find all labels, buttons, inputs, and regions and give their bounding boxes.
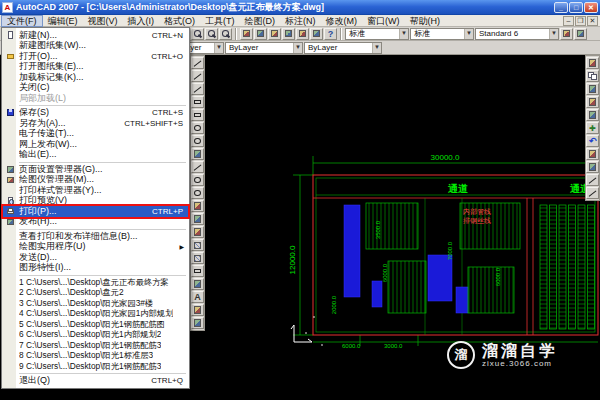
- zoom-window-button[interactable]: [205, 28, 218, 40]
- properties-button[interactable]: [240, 28, 253, 40]
- region-button[interactable]: [191, 265, 204, 277]
- chevron-down-icon[interactable]: ▼: [549, 29, 558, 39]
- rectangle-button[interactable]: [191, 109, 204, 121]
- menu-item-publish[interactable]: 发布(H)...: [3, 217, 188, 228]
- toolbar-extra-button-2[interactable]: [574, 28, 587, 40]
- menu-window[interactable]: 窗口(W): [362, 15, 405, 27]
- help-button[interactable]: [324, 28, 337, 40]
- copy-object-button[interactable]: [586, 70, 599, 82]
- menu-item-plot[interactable]: 打印(P)...CTRL+P: [3, 206, 188, 217]
- draw-extra-button[interactable]: [191, 317, 204, 329]
- dim-7000-label: 7000.0: [447, 241, 453, 260]
- menu-item-recent-2[interactable]: 2 C:\Users\...\Desktop\盘元2: [3, 288, 188, 299]
- multiline-text-button[interactable]: [191, 291, 204, 303]
- menu-item-exit[interactable]: 退出(Q)CTRL+Q: [3, 376, 188, 387]
- menu-item-recent-1[interactable]: 1 C:\Users\...\Desktop\盘元正布最终方案: [3, 277, 188, 288]
- toolbar-separator: [235, 28, 237, 40]
- chevron-down-icon[interactable]: ▼: [372, 43, 381, 53]
- offset-button[interactable]: [586, 96, 599, 108]
- line-button[interactable]: [191, 57, 204, 69]
- insert-block-button[interactable]: [191, 200, 204, 212]
- dim-6000a-label: 6000.0: [382, 263, 388, 282]
- text-style-combo[interactable]: 标准▼: [345, 28, 409, 40]
- watermark: 溜 溜溜自学 zixue.3066.com: [447, 341, 558, 369]
- revision-cloud-button[interactable]: [191, 148, 204, 160]
- file-menu: 新建(N)...CTRL+N 新建图纸集(W)... 打开(O)...CTRL+…: [1, 27, 190, 389]
- printer-icon: [6, 207, 15, 216]
- ellipse-button[interactable]: [191, 174, 204, 186]
- document-restore-button[interactable]: ❐: [575, 16, 586, 26]
- window-maximize-button[interactable]: □: [569, 2, 583, 13]
- dim-6000b-label: 6000.0: [495, 267, 501, 286]
- menu-item-recent-4[interactable]: 4 C:\Users\...\Desktop\阳光家园1内部规划: [3, 309, 188, 320]
- dim-style-combo[interactable]: 标准▼: [410, 28, 474, 40]
- document-close-button[interactable]: ✕: [587, 16, 598, 26]
- menu-item-recent-5[interactable]: 5 C:\Users\...\Desktop\阳光1钢筋配筋图: [3, 319, 188, 330]
- lineweight-value: ByLayer: [308, 43, 337, 52]
- menu-draw[interactable]: 绘图(D): [240, 15, 281, 27]
- designcenter-button[interactable]: [254, 28, 267, 40]
- menu-item-export[interactable]: 输出(E)...: [3, 150, 188, 161]
- window-minimize-button[interactable]: _: [554, 2, 568, 13]
- table-style-combo[interactable]: Standard 6▼: [475, 28, 559, 40]
- menu-item-recent-9[interactable]: 9 C:\Users\...\Desktop\阳光1钢筋配筋3: [3, 361, 188, 372]
- menu-item-recent-8[interactable]: 8 C:\Users\...\Desktop\阳光1标准层3: [3, 351, 188, 362]
- red-annotation-2: 排钢丝线: [463, 217, 491, 224]
- linetype-combo[interactable]: ByLayer▼: [225, 42, 303, 54]
- chevron-down-icon[interactable]: ▼: [464, 29, 473, 39]
- gradient-button[interactable]: [191, 252, 204, 264]
- menu-file[interactable]: 文件(F): [1, 15, 43, 27]
- hatch-button[interactable]: [191, 239, 204, 251]
- toolbar-extra-button-1[interactable]: [560, 28, 573, 40]
- sheetset-manager-button[interactable]: [282, 28, 295, 40]
- point-button[interactable]: [191, 226, 204, 238]
- erase-button[interactable]: [586, 57, 599, 69]
- menu-item-recent-6[interactable]: 6 C:\Users\...\Desktop\阳光1内部规划2: [3, 330, 188, 341]
- menu-format[interactable]: 格式(O): [159, 15, 200, 27]
- watermark-site: zixue.3066.com: [482, 359, 558, 368]
- menu-modify[interactable]: 修改(M): [321, 15, 363, 27]
- rotate-button[interactable]: [586, 135, 599, 147]
- ellipse-arc-button[interactable]: [191, 187, 204, 199]
- table-button[interactable]: [191, 278, 204, 290]
- scale-list-button[interactable]: [191, 304, 204, 316]
- construction-line-button[interactable]: [191, 70, 204, 82]
- publish-icon: [6, 217, 15, 226]
- move-button[interactable]: [586, 122, 599, 134]
- mirror-button[interactable]: [586, 83, 599, 95]
- quickcalc-button[interactable]: [310, 28, 323, 40]
- chevron-down-icon[interactable]: ▼: [214, 43, 223, 53]
- array-button[interactable]: [586, 109, 599, 121]
- spline-button[interactable]: [191, 161, 204, 173]
- trim-button[interactable]: [586, 174, 599, 186]
- chevron-down-icon[interactable]: ▼: [293, 43, 302, 53]
- polyline-button[interactable]: [191, 83, 204, 95]
- circle-button[interactable]: [191, 135, 204, 147]
- menu-dimension[interactable]: 标注(N): [280, 15, 321, 27]
- page-setup-icon: [6, 165, 15, 174]
- window-close-button[interactable]: ✕: [584, 2, 598, 13]
- tool-palettes-button[interactable]: [268, 28, 281, 40]
- make-block-button[interactable]: [191, 213, 204, 225]
- zoom-realtime-button[interactable]: [191, 28, 204, 40]
- menu-edit[interactable]: 编辑(E): [43, 15, 83, 27]
- lineweight-combo[interactable]: ByLayer▼: [304, 42, 382, 54]
- markup-set-button[interactable]: [296, 28, 309, 40]
- document-minimize-button[interactable]: –: [563, 16, 574, 26]
- polygon-button[interactable]: [191, 96, 204, 108]
- menu-insert[interactable]: 插入(I): [123, 15, 160, 27]
- plot-preview-icon: [6, 196, 15, 205]
- menu-item-recent-3[interactable]: 3 C:\Users\...\Desktop\阳光家园3#楼: [3, 298, 188, 309]
- menu-item-drawing-properties[interactable]: 图形特性(I)...: [3, 263, 188, 274]
- menu-view[interactable]: 视图(V): [83, 15, 123, 27]
- scale-button[interactable]: [586, 148, 599, 160]
- menu-help[interactable]: 帮助(H): [405, 15, 446, 27]
- menu-tools[interactable]: 工具(T): [200, 15, 240, 27]
- red-annotation-1: 内部管线: [463, 208, 491, 216]
- chevron-down-icon[interactable]: ▼: [399, 29, 408, 39]
- menu-item-recent-7[interactable]: 7 C:\Users\...\Desktop\阳光1钢筋配筋3: [3, 340, 188, 351]
- stretch-button[interactable]: [586, 161, 599, 173]
- arc-button[interactable]: [191, 122, 204, 134]
- zoom-previous-button[interactable]: [219, 28, 232, 40]
- extend-button[interactable]: [586, 187, 599, 199]
